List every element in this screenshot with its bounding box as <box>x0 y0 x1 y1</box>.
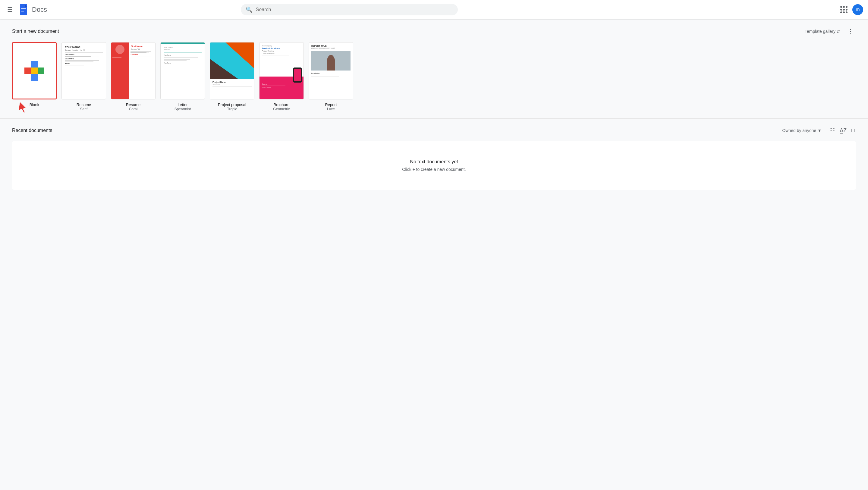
blank-template-thumb[interactable] <box>12 42 57 99</box>
user-avatar[interactable]: m <box>852 4 863 15</box>
svg-rect-3 <box>21 10 26 10</box>
template-more-button[interactable]: ⋮ <box>845 27 856 36</box>
template-item-project-tropic[interactable]: Project Name 2010-2020 Project proposal … <box>210 42 254 111</box>
brochure-geometric-sublabel: Geometric <box>273 107 290 111</box>
resume-coral-thumb[interactable]: First Name Company Title Education <box>111 42 156 99</box>
grid-view-icon[interactable]: □ <box>850 126 856 135</box>
template-gallery-button[interactable]: Template gallery ⇵ <box>802 28 843 35</box>
header-right: m <box>838 4 863 16</box>
app-header: ☰ Docs 🔍 m <box>0 0 868 19</box>
search-icon: 🔍 <box>246 6 252 13</box>
resume-serif-thumb[interactable]: Your Name Company · Location — tel · UI … <box>61 42 106 99</box>
svg-rect-4 <box>21 11 24 11</box>
dropdown-arrow-icon: ▼ <box>817 128 822 133</box>
brochure-geometric-label: Brochure <box>274 102 290 107</box>
google-plus-icon <box>24 61 44 81</box>
recent-documents-title: Recent documents <box>12 128 52 133</box>
template-item-blank[interactable]: Blank Click HERE <box>12 42 57 111</box>
template-item-brochure-geometric[interactable]: Your Company Product Brochure Product Ov… <box>259 42 304 111</box>
list-view-icon[interactable]: ☷ <box>829 126 836 135</box>
letter-spearmint-thumb[interactable]: Your NameAddress Your Name Your Name <box>160 42 205 99</box>
recent-section-header: Recent documents Owned by anyone ▼ ☷ A̲Z… <box>12 126 856 135</box>
search-bar[interactable]: 🔍 <box>241 4 458 16</box>
chevron-icon: ⇵ <box>837 29 840 34</box>
app-name: Docs <box>32 6 47 13</box>
brochure-geometric-thumb[interactable]: Your Company Product Brochure Product Ov… <box>259 42 304 99</box>
letter-spearmint-sublabel: Spearmint <box>175 107 191 111</box>
menu-icon[interactable]: ☰ <box>5 4 15 16</box>
sort-icon[interactable]: A̲Z <box>838 126 848 135</box>
main-content: Start a new document Template gallery ⇵ … <box>0 19 868 197</box>
report-luxe-sublabel: Luxe <box>327 107 335 111</box>
template-grid: Blank Click HERE <box>12 42 856 113</box>
view-icons: ☷ A̲Z □ <box>829 126 856 135</box>
template-section-header: Start a new document Template gallery ⇵ … <box>12 27 856 36</box>
template-section-actions: Template gallery ⇵ ⋮ <box>802 27 856 36</box>
report-luxe-label: Report <box>325 102 337 107</box>
search-input[interactable] <box>256 7 453 12</box>
project-tropic-thumb[interactable]: Project Name 2010-2020 <box>210 42 254 99</box>
apps-icon[interactable] <box>838 4 850 16</box>
template-item-report-luxe[interactable]: REPORT TITLE LOREM IPSUM DOLOR SIT AMET … <box>309 42 353 111</box>
resume-coral-label: Resume <box>126 102 141 107</box>
empty-state-subtitle: Click + to create a new document. <box>18 167 850 172</box>
template-item-resume-serif[interactable]: Your Name Company · Location — tel · UI … <box>61 42 106 111</box>
app-logo[interactable]: Docs <box>18 4 47 16</box>
empty-state-title: No text documents yet <box>18 159 850 164</box>
start-new-document-title: Start a new document <box>12 29 59 34</box>
recent-section: Recent documents Owned by anyone ▼ ☷ A̲Z… <box>0 119 868 197</box>
svg-rect-2 <box>21 8 26 9</box>
docs-logo-icon <box>18 4 30 16</box>
project-tropic-label: Project proposal <box>218 102 246 107</box>
resume-serif-label: Resume <box>76 102 91 107</box>
template-section: Start a new document Template gallery ⇵ … <box>0 19 868 119</box>
project-tropic-sublabel: Tropic <box>227 107 237 111</box>
report-luxe-thumb[interactable]: REPORT TITLE LOREM IPSUM DOLOR SIT AMET … <box>309 42 353 99</box>
resume-coral-sublabel: Coral <box>129 107 138 111</box>
resume-serif-sublabel: Serif <box>80 107 88 111</box>
grid-dots-icon <box>840 6 847 13</box>
template-item-letter-spearmint[interactable]: Your NameAddress Your Name Your Name Let… <box>160 42 205 111</box>
recent-controls: Owned by anyone ▼ ☷ A̲Z □ <box>780 126 856 135</box>
owned-by-button[interactable]: Owned by anyone ▼ <box>780 127 824 134</box>
arrow-annotation: Click HERE <box>15 102 57 113</box>
empty-state: No text documents yet Click + to create … <box>12 141 856 190</box>
letter-spearmint-label: Letter <box>178 102 187 107</box>
arrow-svg <box>15 102 39 113</box>
template-item-resume-coral[interactable]: First Name Company Title Education Resum… <box>111 42 156 111</box>
